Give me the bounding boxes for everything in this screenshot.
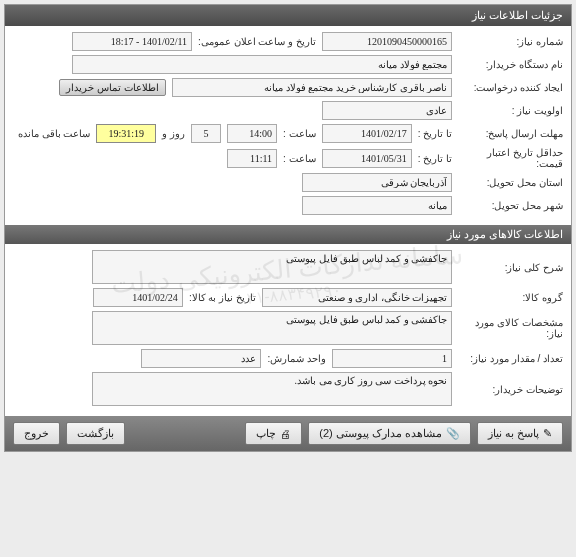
label-price-validity: حداقل تاریخ اعتبار قیمت:: [458, 147, 563, 169]
qty-field: [332, 349, 452, 368]
requester-field: [172, 78, 452, 97]
label-qty: تعداد / مقدار مورد نیاز:: [458, 353, 563, 364]
remain-days-field: [191, 124, 221, 143]
group-field: [262, 288, 452, 307]
exit-button[interactable]: خروج: [13, 422, 60, 445]
label-requester: ایجاد کننده درخواست:: [458, 82, 563, 93]
need-date-field: [93, 288, 183, 307]
city-field: [302, 196, 452, 215]
attachment-icon: 📎: [446, 427, 460, 440]
back-button[interactable]: بازگشت: [66, 422, 125, 445]
label-spec: مشخصات کالای مورد نیاز:: [458, 317, 563, 339]
unit-field: [141, 349, 261, 368]
print-button[interactable]: 🖨 چاپ: [245, 422, 302, 445]
attachments-button[interactable]: 📎 مشاهده مدارک پیوستی (2): [308, 422, 471, 445]
label-until-time-1: ساعت :: [283, 128, 316, 139]
label-need-no: شماره نیاز:: [458, 36, 563, 47]
label-remain: ساعت باقی مانده: [18, 128, 91, 139]
label-buyer: نام دستگاه خریدار:: [458, 59, 563, 70]
announce-datetime-field: [72, 32, 192, 51]
goods-section-header: اطلاعات کالاهای مورد نیاز: [5, 225, 571, 244]
desc-field: [92, 250, 452, 284]
label-until-time-2: ساعت :: [283, 153, 316, 164]
deadline-date-field: [322, 124, 412, 143]
reply-icon: ✎: [543, 427, 552, 440]
deadline-time-field: [227, 124, 277, 143]
label-until-date-1: تا تاریخ :: [418, 128, 452, 139]
label-send-deadline: مهلت ارسال پاسخ:: [458, 128, 563, 139]
priority-field: [322, 101, 452, 120]
contact-buyer-button[interactable]: اطلاعات تماس خریدار: [59, 79, 166, 96]
label-priority: اولویت نیاز :: [458, 105, 563, 116]
price-validity-date-field: [322, 149, 412, 168]
price-validity-time-field: [227, 149, 277, 168]
respond-label: پاسخ به نیاز: [488, 427, 539, 440]
window-title: جزئیات اطلاعات نیاز: [5, 5, 571, 26]
remain-time-field: [96, 124, 156, 143]
label-city: شهر محل تحویل:: [458, 200, 563, 211]
label-unit: واحد شمارش:: [267, 353, 326, 364]
exit-label: خروج: [24, 427, 49, 440]
spec-field: [92, 311, 452, 345]
province-field: [302, 173, 452, 192]
label-days-and: روز و: [162, 128, 185, 139]
back-label: بازگشت: [77, 427, 114, 440]
label-desc: شرح کلی نیاز:: [458, 262, 563, 273]
label-buyer-notes: توضیحات خریدار:: [458, 384, 563, 395]
buyer-notes-field: [92, 372, 452, 406]
label-group: گروه کالا:: [458, 292, 563, 303]
print-label: چاپ: [256, 427, 276, 440]
label-need-date: تاریخ نیاز به کالا:: [189, 292, 256, 303]
attachments-label: مشاهده مدارک پیوستی (2): [319, 427, 442, 440]
label-announce: تاریخ و ساعت اعلان عمومی:: [198, 36, 316, 47]
label-province: استان محل تحویل:: [458, 177, 563, 188]
label-until-date-2: تا تاریخ :: [418, 153, 452, 164]
respond-button[interactable]: ✎ پاسخ به نیاز: [477, 422, 563, 445]
need-number-field: [322, 32, 452, 51]
buyer-field: [72, 55, 452, 74]
print-icon: 🖨: [280, 428, 291, 440]
footer-toolbar: ✎ پاسخ به نیاز 📎 مشاهده مدارک پیوستی (2)…: [5, 416, 571, 451]
